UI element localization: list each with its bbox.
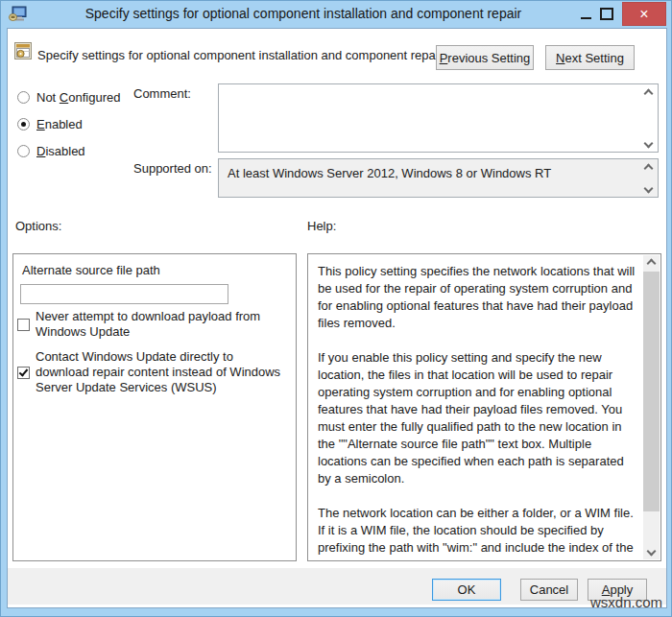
window-title: Specify settings for optional component … bbox=[39, 1, 567, 28]
options-label: Options: bbox=[15, 219, 61, 233]
cancel-button[interactable]: Cancel bbox=[520, 579, 578, 601]
radio-not-configured[interactable]: Not Configured bbox=[17, 89, 120, 105]
next-setting-button[interactable]: Next Setting bbox=[545, 45, 635, 70]
radio-indicator bbox=[17, 118, 30, 131]
scrollbar-down-button[interactable] bbox=[643, 543, 660, 559]
radio-enabled[interactable]: Enabled bbox=[17, 116, 83, 131]
help-label: Help: bbox=[307, 219, 336, 233]
options-panel: Alternate source file path Never attempt… bbox=[12, 253, 297, 561]
radio-label: Disabled bbox=[36, 144, 85, 158]
scrollbar-up-button[interactable] bbox=[643, 255, 660, 272]
checkbox-box bbox=[17, 367, 30, 379]
close-button[interactable]: × bbox=[622, 2, 666, 26]
radio-disabled[interactable]: Disabled bbox=[17, 143, 85, 158]
chevron-down-icon bbox=[643, 183, 653, 193]
help-text: This policy setting specifies the networ… bbox=[309, 255, 643, 559]
dialog-window: Specify settings for optional component … bbox=[0, 0, 672, 617]
comment-textarea[interactable] bbox=[220, 85, 640, 151]
chevron-down-icon bbox=[643, 138, 653, 148]
maximize-button[interactable] bbox=[597, 5, 618, 24]
chevron-down-icon bbox=[647, 547, 657, 557]
setting-title: Specify settings for optional component … bbox=[37, 48, 443, 62]
radio-label: Not Configured bbox=[36, 90, 120, 105]
app-computer-icon bbox=[9, 6, 27, 22]
scroll-down-button[interactable] bbox=[642, 183, 654, 193]
checkbox-label: Contact Windows Update directly to downl… bbox=[36, 349, 281, 395]
minimize-button[interactable] bbox=[575, 5, 596, 24]
help-paragraph: The network location can be either a fol… bbox=[318, 505, 638, 559]
radio-label: Enabled bbox=[36, 117, 83, 131]
radio-indicator bbox=[17, 145, 30, 157]
alternate-source-path-input[interactable] bbox=[20, 284, 228, 304]
supported-on-box: At least Windows Server 2012, Windows 8 … bbox=[218, 158, 659, 198]
policy-setting-icon bbox=[14, 42, 32, 59]
scroll-up-button[interactable] bbox=[642, 163, 654, 173]
checkbox-contact-windows-update[interactable]: Contact Windows Update directly to downl… bbox=[17, 349, 281, 395]
titlebar[interactable]: Specify settings for optional component … bbox=[1, 1, 672, 28]
radio-indicator bbox=[17, 91, 30, 104]
minimize-icon bbox=[581, 17, 591, 19]
chevron-up-icon bbox=[643, 163, 653, 173]
maximize-icon bbox=[600, 8, 613, 20]
help-panel: This policy setting specifies the networ… bbox=[307, 253, 661, 561]
dialog-content: Specify settings for optional component … bbox=[7, 28, 667, 608]
scroll-down-button[interactable] bbox=[642, 138, 654, 148]
chevron-up-icon bbox=[647, 259, 657, 269]
check-icon bbox=[19, 367, 29, 376]
previous-setting-button[interactable]: Previous Setting bbox=[436, 45, 534, 70]
watermark: wsxdn.com bbox=[590, 594, 662, 610]
chevron-up-icon bbox=[643, 88, 653, 98]
supported-on-value: At least Windows Server 2012, Windows 8 … bbox=[228, 166, 551, 180]
comment-label: Comment: bbox=[133, 86, 191, 101]
checkbox-box bbox=[17, 319, 30, 331]
ok-button[interactable]: OK bbox=[432, 579, 501, 601]
help-paragraph: If you enable this policy setting and sp… bbox=[318, 349, 638, 487]
help-paragraph: This policy setting specifies the networ… bbox=[318, 263, 638, 332]
scrollbar-thumb[interactable] bbox=[643, 272, 660, 511]
checkbox-never-download-payload[interactable]: Never attempt to download payload from W… bbox=[17, 309, 281, 340]
comment-box bbox=[218, 83, 659, 153]
supported-on-label: Supported on: bbox=[133, 161, 212, 176]
scroll-up-button[interactable] bbox=[642, 88, 654, 98]
alternate-source-path-label: Alternate source file path bbox=[22, 263, 160, 277]
help-scrollbar[interactable] bbox=[643, 255, 660, 559]
checkbox-label: Never attempt to download payload from W… bbox=[36, 309, 281, 340]
close-icon: × bbox=[639, 6, 648, 22]
